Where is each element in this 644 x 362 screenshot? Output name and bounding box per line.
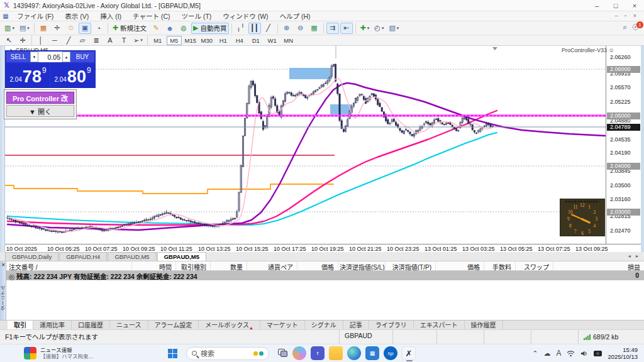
terminal-tab-9[interactable]: ライブラリ — [369, 321, 414, 329]
dropdown-arrow-icon[interactable]: ▾ — [397, 26, 399, 31]
vline-tool[interactable]: │ — [35, 35, 47, 46]
dropdown-arrow-icon[interactable]: ▾ — [382, 26, 384, 31]
column-header[interactable]: 決済指値(T/P) — [386, 261, 436, 270]
search-box[interactable]: 検索 — [186, 347, 269, 360]
timeframe-m5[interactable]: M5 — [167, 36, 182, 45]
terminal-tab-2[interactable]: 口座履歴 — [72, 321, 110, 329]
column-header[interactable]: 損益 — [553, 261, 644, 270]
menu-ツ[interactable]: ツール (T) — [175, 11, 217, 21]
bars-chart-button[interactable]: ╷╵ — [235, 23, 247, 34]
sell-button[interactable]: SELL — [6, 52, 30, 62]
teams-app-icon[interactable]: ᴛ — [311, 346, 325, 360]
search-icon[interactable]: ⌕ — [623, 23, 627, 31]
lot-size-input[interactable]: 0.05 — [38, 52, 62, 62]
column-header[interactable]: 時間 — [132, 261, 176, 270]
start-button[interactable] — [168, 349, 177, 358]
notification-bell-icon[interactable]: 🖸1 — [632, 23, 639, 31]
timeframe-h1[interactable]: H1 — [216, 36, 231, 45]
ime-a-icon[interactable]: A — [556, 349, 561, 358]
terminal-tab-0[interactable]: 取引 — [8, 321, 33, 329]
terminal-tab-4[interactable]: アラーム設定 — [148, 321, 199, 329]
column-header[interactable]: 数量 — [211, 261, 247, 270]
market-watch-button[interactable]: ▦ — [37, 23, 50, 34]
shapes-tool[interactable]: ➢▾ — [131, 35, 145, 46]
wifi-icon[interactable] — [567, 350, 575, 357]
sell-price[interactable]: 2.04 78 9 — [6, 63, 50, 87]
timeframe-d1[interactable]: D1 — [248, 36, 264, 45]
chart-tab-0[interactable]: GBPAUD,Daily — [5, 252, 58, 261]
terminal-tab-8[interactable]: 記事 — [343, 321, 369, 329]
cursor-tool[interactable]: ↖ — [3, 35, 15, 46]
candles-chart-button[interactable]: ┃┃ — [248, 23, 261, 34]
navigator-button[interactable]: ✩ — [65, 23, 77, 34]
lot-increase-button[interactable]: ▲ — [62, 52, 70, 62]
tray-chevron-up-icon[interactable]: ⌃ — [532, 349, 538, 358]
timeframe-mn[interactable]: MN — [281, 36, 296, 45]
terminal-tab-3[interactable]: ニュース — [110, 321, 148, 329]
price-scale[interactable]: 2.062602.059152.055702.052252.048802.045… — [606, 46, 641, 244]
strategy-tester-button[interactable]: ◔ — [92, 23, 105, 34]
menu-挿[interactable]: 挿入 (I) — [94, 11, 127, 21]
task-view-button[interactable] — [278, 349, 288, 358]
dropdown-arrow-icon[interactable]: ▾ — [12, 26, 14, 31]
dropdown-arrow-icon[interactable]: ▾ — [367, 26, 370, 31]
fibonacci-tool[interactable]: ≣ — [90, 35, 103, 46]
text-tool[interactable]: A — [104, 35, 116, 46]
lot-decrease-button[interactable]: ▼ — [30, 52, 38, 62]
channel-tool[interactable]: ▱ — [76, 35, 89, 46]
hline-tool[interactable]: ─ — [48, 35, 61, 46]
camera-icon[interactable] — [594, 351, 602, 356]
speaker-icon[interactable] — [580, 350, 588, 357]
column-header[interactable]: 価格 — [297, 261, 338, 270]
timeframe-w1[interactable]: W1 — [265, 36, 280, 45]
terminal-tab-6[interactable]: マーケット — [260, 321, 305, 329]
column-header[interactable]: 注文番号 / — [6, 261, 132, 270]
chart-tab-1[interactable]: GBPAUD,H4 — [59, 252, 107, 261]
tile-windows-button[interactable]: ▦ — [308, 23, 321, 34]
onedrive-cloud-icon[interactable]: ☁ — [543, 349, 550, 358]
column-header[interactable]: 手数料 — [484, 261, 516, 270]
metaeditor-button[interactable]: ✎ — [150, 23, 162, 34]
label-tool[interactable]: T — [118, 35, 130, 46]
menu-フ[interactable]: ファイル (F) — [11, 11, 59, 21]
web-button[interactable]: ◍ — [177, 23, 190, 34]
new-chart-button[interactable]: ▥▾ — [3, 23, 16, 34]
auto-scroll-button[interactable]: ⇉ — [326, 23, 339, 34]
menu-ウ[interactable]: ウィンドウ (W) — [217, 11, 274, 21]
buy-button[interactable]: BUY — [70, 52, 94, 62]
minimize-button[interactable]: – — [587, 0, 606, 11]
indicators-button[interactable]: ✚▾ — [358, 23, 372, 34]
column-header[interactable]: 決済逆指値(S/L) — [338, 261, 386, 270]
maximize-button[interactable]: □ — [606, 0, 625, 11]
tab-scroll-arrows[interactable]: ◂ ▸ — [628, 253, 640, 259]
chart-tab-3[interactable]: GBPAUD,M5 — [157, 252, 206, 261]
close-button[interactable]: × — [625, 0, 644, 11]
open-panel-button[interactable]: ▼ 開く — [6, 105, 74, 117]
timeframe-m1[interactable]: M1 — [150, 36, 165, 45]
edge-app-icon[interactable] — [347, 346, 361, 360]
column-header[interactable]: スワップ — [516, 261, 553, 270]
zoom-out-button[interactable]: ⊖ — [294, 23, 307, 34]
taskbar-clock[interactable]: 15:49 2025/10/13 — [608, 346, 638, 360]
terminal-close-icon[interactable]: ✕ — [1, 262, 6, 268]
news-widget[interactable]: ニュース速報 【速報】ハマス拘束… — [24, 347, 94, 359]
metatrader-app-icon[interactable]: ✗ — [402, 346, 416, 360]
timeframe-m15[interactable]: M15 — [183, 36, 198, 45]
column-header[interactable]: 価格 — [436, 261, 484, 270]
menu-チ[interactable]: チャート (C) — [127, 11, 175, 21]
timeframe-m30[interactable]: M30 — [199, 36, 214, 45]
column-header[interactable]: 通貨ペア — [247, 261, 297, 270]
trendline-tool[interactable]: ╱ — [62, 35, 75, 46]
copilot-app-icon[interactable] — [292, 346, 306, 360]
menu-表[interactable]: 表示 (V) — [59, 11, 94, 21]
dropdown-arrow-icon[interactable]: ▾ — [27, 26, 30, 31]
terminal-button[interactable]: ▣ — [79, 23, 91, 34]
pro-controller-button[interactable]: Pro Controller 改 — [6, 92, 74, 104]
hp-app-icon[interactable]: hp — [384, 346, 397, 360]
periods-button[interactable]: ◴▾ — [372, 23, 386, 34]
chart-shift-button[interactable]: ⇤ — [340, 23, 353, 34]
autotrading-button[interactable]: ▶自動売買 — [191, 23, 228, 34]
line-chart-button[interactable]: ╱ — [262, 23, 275, 34]
data-window-button[interactable]: ✛ — [51, 23, 64, 34]
new-order-button[interactable]: ✚新規注文 — [111, 23, 148, 34]
